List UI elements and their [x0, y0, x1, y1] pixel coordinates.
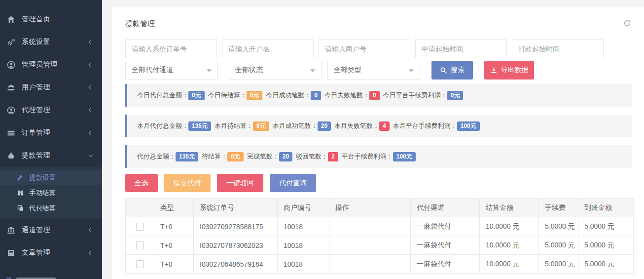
sidebar-subitem-payout-settlement[interactable]: 代付结算 — [0, 200, 102, 216]
stat-badge: 20 — [318, 121, 331, 131]
wrench-icon — [17, 174, 24, 181]
table-header-row: 类型 系统订单号 商户编号 操作 代付渠道 结算金额 手续费 到账金额 — [126, 199, 634, 217]
account-name-input[interactable] — [222, 40, 314, 58]
chevron-left-icon — [89, 251, 93, 255]
sidebar-item-label: 用户管理 — [22, 83, 50, 92]
export-data-button[interactable]: 导出数据 — [484, 61, 534, 80]
stats-today-bar: 今日代付总金额：0元 今日待结算：0元 今日成功笔数：0 今日失败笔数：0 今日… — [125, 84, 632, 107]
payment-start-time-input[interactable] — [512, 40, 604, 58]
cell-merchant-no: 10018 — [278, 217, 329, 236]
cell-settle-amount: 10.0000 元 — [480, 236, 539, 255]
sidebar-subitem-label: 代付结算 — [29, 204, 56, 213]
cell-settle-amount: 10.0000 元 — [480, 217, 539, 236]
withdraw-table: 类型 系统订单号 商户编号 操作 代付渠道 结算金额 手续费 到账金额 T+0 — [125, 198, 634, 274]
col-merchant-no: 商户编号 — [278, 199, 329, 217]
stat-label: 完成笔数： — [247, 152, 279, 161]
submit-payout-button[interactable]: 提交代付 — [164, 174, 211, 192]
filter-selects-row: 全部代付通道 全部状态 全部类型 搜索 — [125, 61, 632, 80]
sidebar-item-agent-management[interactable]: 代理管理 — [0, 99, 102, 121]
payout-channel-select[interactable]: 全部代付通道 — [125, 61, 218, 80]
col-operation: 操作 — [329, 199, 411, 217]
sidebar-item-system-settings[interactable]: 系统设置 — [0, 31, 102, 53]
col-arrival-amount: 到账金额 — [578, 199, 634, 217]
list-icon — [7, 129, 15, 137]
table-row: T+0 I0302709278588175 10018 一麻袋代付 10.000… — [126, 217, 634, 236]
admin-user-icon — [7, 61, 15, 69]
sidebar-item-channel-management[interactable]: 通道管理 — [0, 219, 102, 241]
sidebar-item-user-management[interactable]: 用户管理 — [0, 76, 102, 99]
chevron-left-icon — [89, 228, 93, 232]
cell-operation — [329, 255, 411, 274]
cell-type: T+0 — [154, 255, 194, 274]
book-icon — [7, 249, 15, 257]
sidebar-item-admin-management[interactable]: 管理员管理 — [0, 53, 102, 76]
sidebar-item-home[interactable]: 管理首页 — [0, 8, 102, 31]
sidebar-subitem-label: 提款设置 — [29, 173, 56, 182]
sidebar-nav: 管理首页 系统设置 管理员管理 — [0, 0, 102, 264]
sidebar-item-label: 管理首页 — [22, 15, 50, 24]
stat-badge: 100元 — [457, 121, 480, 131]
payout-query-button[interactable]: 代付查询 — [270, 174, 316, 192]
home-icon — [7, 15, 15, 24]
stat-badge: 135元 — [176, 152, 198, 161]
stat-label: 今日待结算： — [208, 91, 247, 100]
apply-start-time-input[interactable] — [415, 40, 507, 58]
sidebar-item-article-management[interactable]: 文章管理 — [0, 241, 102, 264]
stat-badge: 0元 — [188, 91, 205, 100]
cell-operation — [329, 217, 411, 236]
sidebar-item-label: 提款管理 — [22, 151, 50, 160]
status-select[interactable]: 全部状态 — [229, 61, 322, 80]
chevron-left-icon — [89, 131, 93, 135]
sidebar-item-label: 文章管理 — [22, 248, 50, 257]
stat-label: 代付总金额： — [137, 152, 176, 161]
stat-badge: 0 — [369, 91, 380, 100]
stat-badge: 100元 — [393, 152, 416, 161]
order-no-input[interactable] — [125, 40, 217, 58]
cell-fee: 5.0000 元 — [539, 217, 578, 236]
reject-all-button[interactable]: 一键驳回 — [217, 174, 263, 192]
stats-month-bar: 本月代付总金额：135元 本月待结算：0元 本月成功笔数：20 本月失败笔数：4… — [125, 115, 632, 137]
search-button[interactable]: 搜索 — [431, 61, 473, 80]
cogs-icon — [7, 38, 15, 46]
bank-icon — [7, 226, 15, 235]
stat-label: 本月成功笔数： — [273, 121, 318, 130]
select-all-button[interactable]: 全选 — [125, 174, 158, 192]
cell-channel: 一麻袋代付 — [411, 236, 480, 255]
sidebar-item-label: 订单管理 — [22, 128, 50, 137]
sidebar-item-withdraw-management[interactable]: 提款管理 — [0, 144, 102, 167]
row-checkbox[interactable] — [136, 260, 144, 268]
agent-user-icon — [7, 106, 15, 115]
chevron-left-icon — [89, 108, 93, 112]
stat-badge: 4 — [379, 121, 390, 131]
stat-badge: 0 — [311, 91, 321, 100]
cell-fee: 5.0000 元 — [539, 236, 578, 255]
refresh-icon[interactable] — [623, 19, 631, 27]
stat-badge: 0元 — [247, 91, 263, 100]
stat-label: 本月失败笔数： — [334, 121, 379, 130]
stat-badge: 135元 — [188, 121, 211, 131]
chevron-left-icon — [89, 85, 93, 89]
stat-label: 本月待结算： — [215, 121, 253, 130]
sidebar-subitem-withdraw-settings[interactable]: 提款设置 — [0, 170, 102, 185]
cell-channel: 一麻袋代付 — [411, 255, 480, 274]
stat-badge: 0元 — [227, 152, 244, 161]
cell-arrival-amount: 5.0000 元 — [578, 255, 634, 274]
clone-icon — [17, 204, 24, 212]
col-checkbox — [126, 199, 154, 217]
sidebar-subitem-manual-settlement[interactable]: 手动结算 — [0, 185, 102, 200]
type-select[interactable]: 全部类型 — [327, 61, 420, 80]
table-row: T+0 I0302707873062023 10018 一麻袋代付 10.000… — [126, 236, 634, 255]
cell-merchant-no: 10018 — [278, 255, 329, 274]
stat-label: 驳回笔数： — [296, 152, 328, 161]
cell-order-no: I0302707873062023 — [194, 236, 278, 255]
stat-badge: 20 — [279, 152, 292, 161]
row-checkbox[interactable] — [136, 223, 144, 231]
sidebar-item-label: 代理管理 — [22, 106, 50, 115]
moneybag-icon — [7, 152, 15, 160]
row-checkbox[interactable] — [136, 241, 144, 249]
sidebar-item-order-management[interactable]: 订单管理 — [0, 121, 102, 144]
col-channel: 代付渠道 — [411, 199, 480, 217]
stats-total-bar: 代付总金额：135元 待结算：0元 完成笔数：20 驳回笔数：2 平台手续费利润… — [125, 145, 632, 168]
merchant-no-input[interactable] — [319, 40, 410, 58]
sidebar-item-label: 系统设置 — [22, 38, 50, 46]
